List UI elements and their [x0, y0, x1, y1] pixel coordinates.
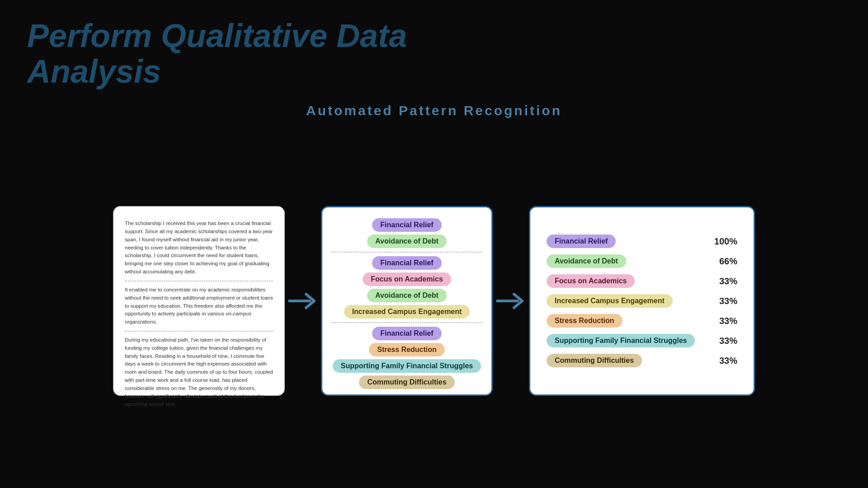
arrow-2	[493, 290, 529, 312]
page-title: Perform Qualitative Data Analysis	[27, 18, 841, 89]
paragraph-2: It enabled me to concentrate on my acade…	[125, 286, 273, 326]
tag-financial-relief-3: Financial Relief	[372, 327, 441, 340]
tags-card: Financial Relief Avoidance of Debt Finan…	[321, 206, 493, 396]
main-content: The scholarship I received this year has…	[27, 132, 841, 470]
result-tag-campus-engagement: Increased Campus Engagement	[547, 294, 673, 308]
result-tag-financial-relief: Financial Relief	[547, 235, 616, 248]
result-row-commuting: Commuting Difficulties 33%	[547, 354, 737, 367]
results-card: Financial Relief 100% Avoidance of Debt …	[529, 206, 755, 396]
result-percent-commuting: 33%	[710, 356, 737, 366]
result-percent-financial-relief: 100%	[710, 236, 737, 247]
result-tag-avoidance-debt: Avoidance of Debt	[547, 254, 626, 268]
tag-group-2: Financial Relief Focus on Academics Avoi…	[331, 256, 482, 319]
tag-avoidance-debt-1: Avoidance of Debt	[367, 235, 447, 248]
result-tag-commuting: Commuting Difficulties	[547, 354, 642, 367]
result-row-financial-relief: Financial Relief 100%	[547, 235, 737, 248]
tag-stress-reduction-1: Stress Reduction	[369, 343, 445, 357]
result-row-focus-academics: Focus on Academics 33%	[547, 274, 737, 288]
result-row-campus-engagement: Increased Campus Engagement 33%	[547, 294, 737, 308]
tag-family-struggles-1: Supporting Family Financial Struggles	[333, 359, 481, 373]
paragraph-3: During my educational path, I've taken o…	[125, 336, 273, 408]
tag-group-3: Financial Relief Stress Reduction Suppor…	[331, 327, 482, 389]
result-tag-family-struggles: Supporting Family Financial Struggles	[547, 334, 695, 347]
tag-avoidance-debt-2: Avoidance of Debt	[367, 289, 447, 302]
result-tag-focus-academics: Focus on Academics	[547, 274, 635, 288]
tag-financial-relief-2: Financial Relief	[372, 256, 441, 270]
tag-focus-academics-1: Focus on Academics	[363, 272, 451, 286]
tag-group-1: Financial Relief Avoidance of Debt	[331, 218, 482, 248]
tag-commuting-1: Commuting Difficulties	[359, 375, 454, 389]
arrow-1	[285, 290, 321, 312]
text-card: The scholarship I received this year has…	[113, 206, 285, 396]
result-percent-campus-engagement: 33%	[710, 296, 737, 306]
tag-campus-engagement-1: Increased Campus Engagement	[344, 305, 470, 319]
result-percent-avoidance-debt: 66%	[710, 256, 737, 267]
paragraph-1: The scholarship I received this year has…	[125, 220, 273, 276]
result-percent-family-struggles: 33%	[710, 336, 737, 346]
tag-financial-relief-1: Financial Relief	[372, 218, 441, 232]
result-percent-focus-academics: 33%	[710, 276, 737, 286]
result-row-stress-reduction: Stress Reduction 33%	[547, 314, 737, 328]
result-percent-stress-reduction: 33%	[710, 316, 737, 326]
result-row-avoidance-debt: Avoidance of Debt 66%	[547, 254, 737, 268]
section-subtitle: Automated Pattern Recognition	[27, 103, 841, 118]
result-row-family-struggles: Supporting Family Financial Struggles 33…	[547, 334, 737, 347]
result-tag-stress-reduction: Stress Reduction	[547, 314, 623, 328]
